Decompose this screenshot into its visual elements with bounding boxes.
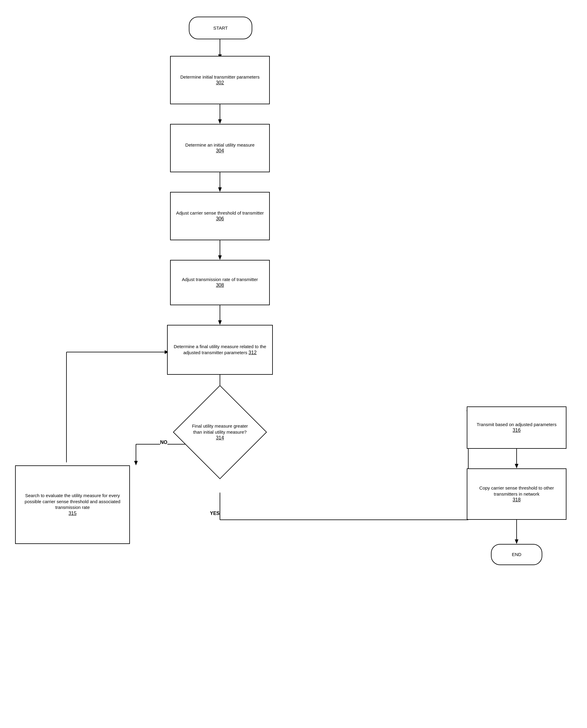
shape-318-num: 318: [513, 497, 521, 502]
arrows-svg: [0, 0, 587, 728]
start-label: START: [211, 23, 230, 33]
shape-304-label: Determine an initial utility measure: [185, 142, 254, 147]
shape-314-label: Final utility measure greater than initi…: [192, 424, 248, 435]
shape-304: Determine an initial utility measure 304: [170, 124, 270, 172]
shape-318: Copy carrier sense threshold to other tr…: [467, 469, 566, 520]
svg-marker-25: [515, 540, 518, 544]
shape-302-num: 302: [216, 80, 224, 85]
shape-314-diamond: Final utility measure greater than initi…: [173, 385, 267, 479]
svg-marker-3: [218, 119, 222, 124]
svg-marker-5: [218, 187, 222, 192]
flowchart: START Determine initial transmitter para…: [0, 0, 587, 728]
shape-306: Adjust carrier sense threshold of transm…: [170, 192, 270, 240]
shape-308: Adjust transmission rate of transmitter …: [170, 260, 270, 305]
shape-302-label: Determine initial transmitter parameters: [180, 74, 260, 79]
shape-302: Determine initial transmitter parameters…: [170, 56, 270, 104]
shape-316-label: Transmit based on adjusted parameters: [477, 422, 557, 427]
svg-marker-7: [218, 255, 222, 260]
shape-306-label: Adjust carrier sense threshold of transm…: [176, 210, 264, 215]
shape-316-num: 316: [513, 428, 521, 433]
shape-312-num: 312: [249, 350, 257, 355]
end-label: END: [509, 549, 524, 560]
shape-315-num: 315: [69, 511, 77, 516]
svg-marker-23: [515, 464, 518, 469]
shape-318-label: Copy carrier sense threshold to other tr…: [479, 485, 554, 497]
shape-316: Transmit based on adjusted parameters 31…: [467, 407, 566, 449]
shape-312: Determine a final utility measure relate…: [167, 325, 273, 375]
yes-label: YES: [210, 511, 220, 516]
no-label: NO: [160, 440, 167, 445]
shape-304-num: 304: [216, 148, 224, 153]
shape-314-num: 314: [216, 435, 224, 440]
shape-308-label: Adjust transmission rate of transmitter: [182, 277, 258, 282]
svg-marker-9: [218, 320, 222, 325]
shape-315-label: Search to evaluate the utility measure f…: [25, 493, 120, 510]
start-shape: START: [189, 17, 252, 39]
shape-308-num: 308: [216, 282, 224, 288]
shape-306-num: 306: [216, 216, 224, 221]
svg-marker-14: [134, 461, 138, 465]
end-shape: END: [491, 544, 542, 565]
shape-315: Search to evaluate the utility measure f…: [15, 465, 130, 544]
